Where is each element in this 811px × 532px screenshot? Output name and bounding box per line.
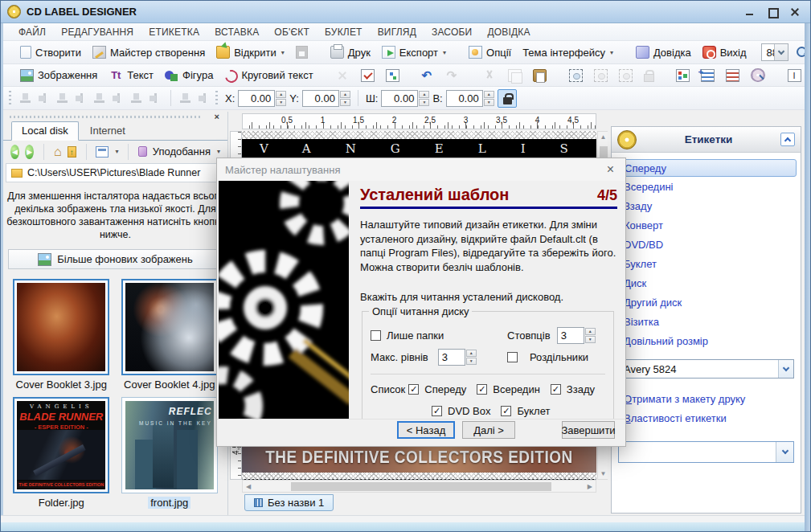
- copy-button[interactable]: [504, 68, 526, 84]
- object-properties-button[interactable]: [382, 68, 403, 84]
- read-disc-button[interactable]: [747, 67, 769, 84]
- back-checkbox[interactable]: ✓: [551, 384, 561, 395]
- menu-insert[interactable]: ВСТАВКА: [215, 27, 259, 38]
- tab-internet[interactable]: Internet: [80, 122, 135, 140]
- thumbnail-item[interactable]: Cover Booklet 3.jpg: [11, 279, 112, 391]
- check-elements-button[interactable]: [357, 68, 379, 84]
- levels-up-button[interactable]: ▲: [466, 350, 477, 357]
- insert-shape-button[interactable]: Фігура: [161, 68, 217, 84]
- x-up-button[interactable]: ▲: [276, 91, 286, 98]
- collapse-panel-button[interactable]: [780, 133, 795, 146]
- thumbnail-border[interactable]: [121, 279, 218, 375]
- height-down-button[interactable]: ▼: [484, 99, 494, 106]
- stock-dropdown-button[interactable]: [778, 360, 793, 378]
- align-bottom-icon[interactable]: [111, 92, 126, 104]
- back-button[interactable]: < Назад: [397, 421, 455, 439]
- toolbar-grip[interactable]: [215, 91, 218, 105]
- max-levels-value[interactable]: 3: [438, 349, 465, 366]
- menu-help[interactable]: ДОВІДКА: [487, 27, 530, 38]
- new-button[interactable]: Створити: [16, 44, 85, 60]
- y-spinner[interactable]: 0.00▲▼: [302, 90, 350, 107]
- menu-tools[interactable]: ЗАСОБИ: [432, 27, 472, 38]
- back-button[interactable]: ◀: [10, 145, 19, 159]
- exit-button[interactable]: Вихід: [698, 44, 751, 60]
- width-down-button[interactable]: ▼: [419, 99, 429, 106]
- width-value[interactable]: 0.00: [381, 90, 418, 107]
- path-bar[interactable]: C:\Users\USER\Pictures\Blade Runner: [6, 163, 225, 182]
- columns-down-button[interactable]: ▼: [585, 336, 596, 343]
- bring-front-icon[interactable]: [178, 92, 194, 104]
- insert-text-button[interactable]: TtТекст: [104, 68, 158, 84]
- menu-label[interactable]: ЕТИКЕТКА: [149, 27, 199, 38]
- align-right-icon[interactable]: [92, 92, 108, 104]
- label-item-back[interactable]: Ззаду: [612, 196, 801, 215]
- view-mode-button[interactable]: [96, 146, 109, 158]
- label-item-second-disc[interactable]: Другий диск: [612, 293, 801, 312]
- x-down-button[interactable]: ▼: [276, 99, 286, 106]
- menu-view[interactable]: ВИГЛЯД: [378, 27, 416, 38]
- aspect-lock-toggle[interactable]: [498, 89, 517, 108]
- separators-checkbox[interactable]: [507, 352, 518, 362]
- delete-object-button[interactable]: [332, 68, 354, 84]
- label-item-front[interactable]: Спереду: [616, 159, 797, 177]
- columns-value[interactable]: 3: [557, 327, 584, 344]
- add-rows-button[interactable]: [697, 68, 719, 84]
- export-button[interactable]: Експорт▾: [378, 44, 450, 60]
- help-button[interactable]: Довідка: [632, 44, 695, 60]
- open-button[interactable]: Відкрити▾: [212, 44, 289, 60]
- same-width-icon[interactable]: [129, 92, 145, 104]
- document-tab[interactable]: Без назви 1: [244, 494, 334, 511]
- favorites-button[interactable]: Уподобання: [153, 145, 211, 158]
- finish-button[interactable]: Завершити: [562, 421, 615, 439]
- y-down-button[interactable]: ▼: [340, 99, 350, 106]
- tracklist-button[interactable]: [672, 68, 694, 84]
- height-up-button[interactable]: ▲: [484, 91, 494, 98]
- menu-object[interactable]: ОБ'ЄКТ: [274, 27, 309, 38]
- panel-close-icon[interactable]: ×: [215, 112, 219, 121]
- same-height-icon[interactable]: [148, 92, 163, 104]
- columns-spinner[interactable]: 3▲▼: [557, 327, 596, 344]
- label-item-custom-size[interactable]: Довільний розмір: [612, 331, 801, 350]
- paste-button[interactable]: [529, 68, 551, 84]
- align-center-h-icon[interactable]: [55, 92, 71, 104]
- select-add-button[interactable]: [590, 68, 612, 84]
- more-backgrounds-button[interactable]: Більше фонових зображень: [8, 249, 223, 269]
- wizard-close-icon[interactable]: ×: [604, 163, 617, 176]
- home-button[interactable]: ⌂: [54, 145, 62, 158]
- booklet-checkbox[interactable]: ✓: [501, 406, 511, 416]
- cut-button[interactable]: [479, 68, 501, 84]
- text-cursor-button[interactable]: I: [784, 68, 805, 84]
- wizard-title-bar[interactable]: Майстер налаштування ×: [217, 158, 625, 181]
- scroll-down-icon[interactable]: ▼: [600, 470, 607, 477]
- select-subtract-button[interactable]: [615, 68, 637, 84]
- minimize-button[interactable]: [744, 6, 756, 18]
- rows-button[interactable]: [722, 68, 743, 84]
- send-back-icon[interactable]: [197, 92, 212, 104]
- tab-local-disk[interactable]: Local disk: [11, 121, 79, 141]
- label-item-business-card[interactable]: Візитка: [612, 312, 801, 331]
- columns-up-button[interactable]: ▲: [585, 328, 596, 335]
- label-properties-link[interactable]: Властивості етикетки: [612, 408, 801, 428]
- front-checkbox[interactable]: ✓: [408, 384, 419, 395]
- inside-checkbox[interactable]: ✓: [477, 384, 487, 395]
- open-dropdown-caret[interactable]: ▾: [281, 49, 285, 56]
- undo-button[interactable]: ↶: [418, 68, 440, 84]
- y-value[interactable]: 0.00: [302, 90, 339, 107]
- horizontal-scroll-thumb[interactable]: [291, 482, 551, 491]
- x-value[interactable]: 0.00: [238, 90, 275, 107]
- x-spinner[interactable]: 0.00▲▼: [238, 90, 286, 107]
- theme-button[interactable]: Тема інтерфейсу▾: [518, 45, 617, 60]
- select-tool-button[interactable]: [565, 68, 587, 84]
- menu-file[interactable]: ФАЙЛ: [18, 27, 46, 38]
- dvdbox-checkbox[interactable]: ✓: [432, 406, 442, 416]
- label-item-disc[interactable]: Диск: [612, 273, 801, 293]
- zoom-dropdown-button[interactable]: [774, 44, 788, 60]
- align-left-icon[interactable]: [18, 92, 34, 104]
- horizontal-scrollbar[interactable]: ◀ ▶: [242, 480, 596, 493]
- panel-drag-handle[interactable]: ×: [3, 112, 227, 121]
- options-button[interactable]: Опції: [465, 44, 515, 60]
- label-item-inside[interactable]: Всередині: [612, 177, 801, 196]
- view-dropdown-caret[interactable]: ▾: [115, 148, 118, 155]
- label-item-booklet[interactable]: Буклет: [612, 254, 801, 273]
- get-from-print-layout-link[interactable]: Отримати з макету друку: [612, 389, 801, 408]
